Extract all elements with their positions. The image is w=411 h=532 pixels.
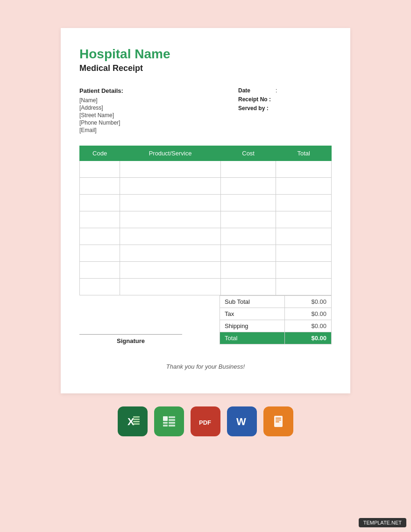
table-cell [276,161,332,178]
table-cell [80,195,120,211]
svg-rect-7 [163,416,168,421]
svg-rect-3 [133,419,140,420]
signature-section: Signature [79,316,201,344]
receipt-details: Date : Receipt No : Served by : [238,87,332,134]
svg-text:PDF: PDF [199,419,211,426]
col-product-service: Product/Service [120,146,221,161]
table-cell [276,228,332,245]
svg-rect-11 [169,422,175,424]
thank-you-text: Thank you for your Business! [79,363,332,370]
receipt-document: Hospital Name Medical Receipt Patient De… [61,28,350,393]
svg-rect-2 [133,416,140,418]
table-cell [80,211,120,228]
table-cell [220,161,276,178]
table-cell [120,211,221,228]
svg-rect-5 [133,423,140,425]
pages-icon[interactable] [263,406,293,436]
table-cell [220,178,276,195]
svg-rect-8 [169,416,175,418]
table-cell [220,228,276,245]
date-label: Date [238,87,276,94]
svg-rect-22 [276,421,279,422]
table-row [80,262,332,279]
served-by-label: Served by : [238,105,276,112]
signature-line [79,321,182,335]
table-row [80,178,332,195]
table-cell [220,245,276,262]
table-cell [220,211,276,228]
table-cell [276,178,332,195]
subtotal-row: Sub Total $0.00 [220,296,332,308]
served-by-row: Served by : [238,105,332,112]
template-badge: TEMPLATE.NET [359,518,406,527]
patient-phone: [Phone Number] [79,119,238,126]
receipt-title: Medical Receipt [79,63,332,73]
subtotal-value: $0.00 [285,296,332,308]
svg-text:W: W [236,416,246,427]
subtotal-label: Sub Total [220,296,285,308]
svg-rect-6 [160,413,178,430]
excel-svg: X [124,413,142,430]
table-cell [220,262,276,279]
patient-name: [Name] [79,97,238,104]
col-total: Total [276,146,332,161]
table-cell [80,178,120,195]
total-row: Total $0.00 [220,332,332,344]
receipt-table: Code Product/Service Cost Total [79,146,332,295]
table-row [80,195,332,211]
shipping-value: $0.00 [285,320,332,332]
table-cell [220,279,276,295]
table-cell [80,262,120,279]
table-row [80,228,332,245]
numbers-icon[interactable] [154,406,184,436]
table-cell [120,228,221,245]
receipt-no-label: Receipt No : [238,96,276,103]
summary-table: Sub Total $0.00 Tax $0.00 Shipping $0.00… [220,295,332,344]
tax-label: Tax [220,308,285,320]
pdf-icon[interactable]: PDF [191,406,220,436]
total-label: Total [220,332,285,344]
total-value: $0.00 [285,332,332,344]
excel-icon[interactable]: X [118,406,148,436]
col-cost: Cost [220,146,276,161]
shipping-label: Shipping [220,320,285,332]
table-cell [80,161,120,178]
table-cell [120,279,221,295]
table-cell [120,178,221,195]
patient-email: [Email] [79,127,238,133]
table-cell [80,279,120,295]
tax-row: Tax $0.00 [220,308,332,320]
table-cell [120,195,221,211]
col-code: Code [80,146,120,161]
patient-street: [Street Name] [79,112,238,119]
table-cell [276,262,332,279]
table-cell [276,245,332,262]
signature-label: Signature [79,337,182,344]
table-cell [276,279,332,295]
summary-section: Sub Total $0.00 Tax $0.00 Shipping $0.00… [220,295,332,344]
hospital-name: Hospital Name [79,47,332,62]
table-row [80,245,332,262]
date-row: Date : [238,87,332,94]
table-row [80,161,332,178]
bottom-section: Signature Sub Total $0.00 Tax $0.00 Ship… [79,295,332,344]
receipt-no-row: Receipt No : [238,96,332,103]
word-icon[interactable]: W [227,406,257,436]
table-cell [120,161,221,178]
top-section: Patient Details: [Name] [Address] [Stree… [79,87,332,134]
table-cell [80,245,120,262]
svg-rect-13 [169,425,175,427]
svg-rect-20 [276,418,281,419]
table-header-row: Code Product/Service Cost Total [80,146,332,161]
table-cell [120,245,221,262]
table-cell [276,211,332,228]
patient-label: Patient Details: [79,87,238,94]
svg-rect-21 [276,420,281,420]
tax-value: $0.00 [285,308,332,320]
table-cell [120,262,221,279]
date-colon: : [276,87,277,94]
table-cell [220,195,276,211]
shipping-row: Shipping $0.00 [220,320,332,332]
table-cell [276,195,332,211]
pages-svg [269,413,287,430]
